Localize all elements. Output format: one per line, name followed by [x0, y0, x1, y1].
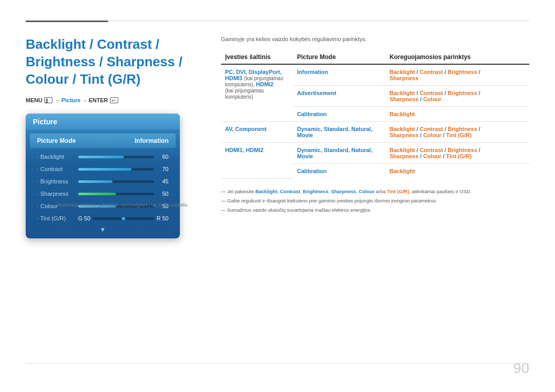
- source-pc: PC, DVI, DisplayPort, HDMI1 (kai prijung…: [221, 64, 293, 122]
- right-column: Gaminyje yra kelios vaizdo kokybės regul…: [221, 36, 529, 216]
- arrow1: →: [54, 98, 60, 103]
- enter-icon: [110, 97, 118, 103]
- picture-label: Picture: [61, 97, 80, 103]
- source-hdmi: HDMI1, HDMI2: [221, 143, 293, 179]
- contrast-fill: [78, 168, 132, 171]
- table-row: AV, Component Dynamic, Standard, Natural…: [221, 122, 529, 143]
- contrast-track: [78, 168, 154, 171]
- sharpness-fill: [78, 193, 116, 195]
- options-hdmi-dynamic: Backlight / Contrast / Brightness / Shar…: [385, 143, 529, 164]
- mode-calibration-1: Calibration: [293, 107, 385, 122]
- sharpness-value: 50: [157, 191, 169, 197]
- tint-g-value: G 50: [78, 215, 90, 221]
- options-calibration-1: Backlight: [385, 107, 529, 122]
- mode-av: Dynamic, Standard, Natural, Movie: [293, 122, 385, 143]
- col-options-header: Koreguojamosios parinktys: [385, 50, 529, 64]
- tint-values: G 50 R 50: [78, 215, 169, 221]
- table-row: PC, DVI, DisplayPort, HDMI1 (kai prijung…: [221, 64, 529, 86]
- options-information: Backlight / Contrast / Brightness / Shar…: [385, 64, 529, 86]
- sharpness-track-container: 50: [78, 191, 169, 197]
- col-source-header: Įvesties šaltinis: [221, 50, 293, 64]
- enter-label: ENTER: [89, 97, 108, 103]
- footer-note-1: Jei pakeisite Backlight, Contrast, Brigh…: [221, 188, 529, 195]
- backlight-label: Backlight: [37, 154, 78, 160]
- mode-information: Information: [293, 64, 385, 86]
- brightness-value: 45: [157, 178, 169, 184]
- brightness-track-container: 45: [78, 178, 169, 184]
- picture-ui-box: Picture Picture Mode Information Backlig…: [26, 114, 180, 238]
- bottom-rule: [26, 363, 529, 364]
- col-mode-header: Picture Mode: [293, 50, 385, 64]
- tint-label: Tint (G/R): [37, 215, 78, 221]
- menu-path: MENU → Picture → ENTER: [26, 97, 221, 103]
- backlight-track: [78, 156, 154, 158]
- tint-r-value: R 50: [157, 215, 169, 221]
- footer-note-3: Sumažinus vaizdo skaisčių suvartojama ma…: [221, 207, 529, 214]
- page-number: 90: [513, 360, 529, 377]
- arrow2: →: [82, 98, 87, 103]
- picture-mode-row: Picture Mode Information: [30, 134, 176, 148]
- brightness-fill: [78, 180, 113, 183]
- menu-icon: [44, 97, 52, 103]
- table-header-row: Įvesties šaltinis Picture Mode Koreguoja…: [221, 50, 529, 64]
- contrast-row: Contrast 70: [30, 163, 176, 175]
- main-title: Backlight / Contrast / Brightness / Shar…: [26, 36, 221, 88]
- chevron-down-icon: ▼: [26, 226, 180, 233]
- options-calibration-2: Backlight: [385, 164, 529, 179]
- tint-center: [122, 217, 125, 220]
- tint-row: Tint (G/R) G 50 R 50: [30, 213, 176, 224]
- options-advertisement: Backlight / Contrast / Brightness / Shar…: [385, 86, 529, 107]
- footer-notes: Jei pakeisite Backlight, Contrast, Brigh…: [221, 188, 529, 214]
- footer-note-2: Galite reguliuoti ir išsaugoti kiekvieno…: [221, 197, 529, 204]
- sharpness-row: Sharpness 50: [30, 188, 176, 199]
- mode-hdmi-dynamic: Dynamic, Standard, Natural, Movie: [293, 143, 385, 164]
- contrast-value: 70: [157, 166, 169, 172]
- picture-box-title: Picture: [26, 114, 180, 130]
- picture-mode-label: Picture Mode: [37, 137, 76, 144]
- tint-track: [92, 217, 155, 220]
- backlight-track-container: 60: [78, 154, 169, 160]
- source-av: AV, Component: [221, 122, 293, 143]
- backlight-fill: [78, 156, 124, 158]
- brightness-row: Brightness 45: [30, 176, 176, 187]
- backlight-row: Backlight 60: [30, 151, 176, 162]
- mode-calibration-2: Calibration: [293, 164, 385, 179]
- options-av: Backlight / Contrast / Brightness / Shar…: [385, 122, 529, 143]
- left-column: Backlight / Contrast / Brightness / Shar…: [26, 36, 221, 238]
- info-table: Įvesties šaltinis Picture Mode Koreguoja…: [221, 50, 529, 179]
- brightness-track: [78, 180, 154, 183]
- brightness-label: Brightness: [37, 178, 78, 184]
- table-row: HDMI1, HDMI2 Dynamic, Standard, Natural,…: [221, 143, 529, 164]
- sharpness-label: Sharpness: [37, 191, 78, 197]
- source-text-hdmi2: HDMI2: [256, 81, 273, 87]
- bottom-note: Rodomas vaizdas gali skirtis atsižvelgia…: [51, 202, 189, 208]
- contrast-track-container: 70: [78, 166, 169, 172]
- backlight-value: 60: [157, 154, 169, 160]
- mode-advertisement: Advertisement: [293, 86, 385, 107]
- contrast-label: Contrast: [37, 166, 78, 172]
- picture-mode-value: Information: [135, 137, 169, 144]
- sharpness-track: [78, 193, 154, 195]
- intro-text: Gaminyje yra kelios vaizdo kokybės regul…: [221, 36, 529, 42]
- menu-label: MENU: [26, 97, 42, 103]
